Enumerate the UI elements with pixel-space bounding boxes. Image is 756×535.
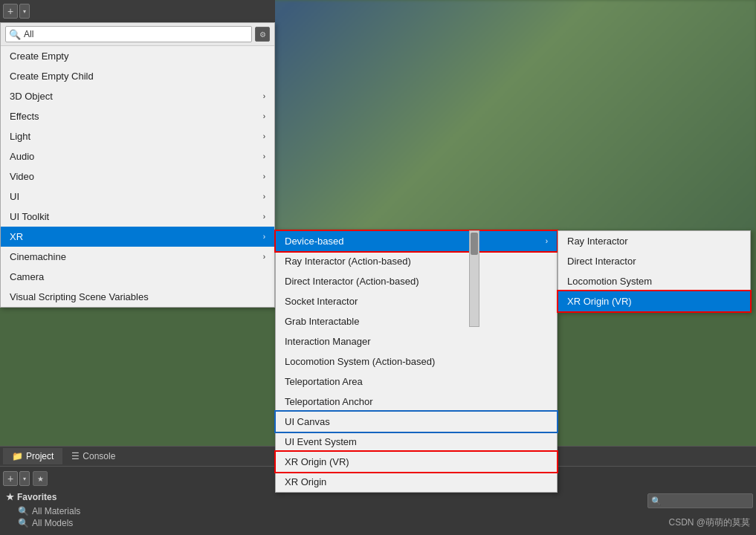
menu-item-create-empty-child[interactable]: Create Empty Child	[1, 66, 274, 86]
menu-item-device-based[interactable]: Device-based ›	[276, 231, 557, 251]
menu-item-locomotion-system-device[interactable]: Locomotion System	[558, 271, 750, 291]
menu-item-socket-interactor[interactable]: Socket Interactor	[276, 291, 557, 311]
menu-item-xr[interactable]: XR ›	[1, 227, 274, 247]
arrow-icon: ›	[263, 253, 265, 261]
menu-item-ui-event-system[interactable]: UI Event System	[276, 432, 557, 452]
menu-item-video[interactable]: Video ›	[1, 166, 274, 187]
bottom-left-panel: + ▾ ★ ★ Favorites 🔍 All Materials 🔍 All …	[0, 467, 305, 535]
menu-item-cinemachine[interactable]: Cinemachine ›	[1, 247, 274, 267]
assets-add-area[interactable]: + ▾	[3, 471, 30, 486]
add-button-area[interactable]: + ▾	[3, 4, 30, 19]
menu-item-teleportation-area[interactable]: Teleportation Area	[276, 372, 557, 392]
menu-item-ray-interactor-action[interactable]: Ray Interactor (Action-based)	[276, 251, 557, 271]
menu-item-grab-interactable[interactable]: Grab Interactable	[276, 311, 557, 331]
menu-search-input[interactable]	[24, 29, 248, 39]
arrow-icon: ›	[263, 213, 265, 221]
search-small-icon: 🔍	[18, 506, 29, 516]
menu-item-locomotion-action[interactable]: Locomotion System (Action-based)	[276, 351, 557, 372]
menu-item-xr-origin-xr[interactable]: XR Origin	[276, 472, 557, 492]
menu-item-ui-toolkit[interactable]: UI Toolkit ›	[1, 207, 274, 227]
menu-item-xr-origin-vr-xr[interactable]: XR Origin (VR)	[276, 452, 557, 472]
menu-item-light[interactable]: Light ›	[1, 126, 274, 146]
favorites-all-materials[interactable]: 🔍 All Materials	[6, 505, 299, 517]
main-context-menu: 🔍 ⚙ Create Empty Create Empty Child 3D O…	[0, 22, 275, 308]
tab-console[interactable]: ☰ Console	[62, 448, 124, 464]
menu-item-xr-origin-vr-device[interactable]: XR Origin (VR)	[558, 291, 750, 311]
menu-item-direct-interactor-action[interactable]: Direct Interactor (Action-based)	[276, 271, 557, 291]
menu-search-header: 🔍 ⚙	[1, 23, 274, 46]
menu-item-ui-canvas[interactable]: UI Canvas	[276, 412, 557, 432]
bottom-toolbar: + ▾ ★	[3, 470, 302, 487]
favorites-section: ★ Favorites 🔍 All Materials 🔍 All Models	[3, 489, 302, 532]
xr-submenu: Device-based › Ray Interactor (Action-ba…	[275, 230, 558, 493]
menu-item-ui[interactable]: UI ›	[1, 187, 274, 207]
arrow-icon: ›	[263, 172, 265, 181]
menu-item-interaction-manager[interactable]: Interaction Manager	[276, 331, 557, 351]
add-dropdown-button[interactable]: ▾	[19, 4, 30, 19]
assets-dropdown-button[interactable]: ▾	[19, 471, 30, 486]
menu-item-ray-interactor-device[interactable]: Ray Interactor	[558, 231, 750, 251]
assets-add-button[interactable]: +	[3, 471, 18, 486]
arrow-icon: ›	[263, 132, 265, 140]
search-small-icon: 🔍	[18, 518, 29, 528]
arrow-icon: ›	[263, 192, 265, 201]
device-based-submenu: Ray Interactor Direct Interactor Locomot…	[558, 230, 751, 312]
scroll-bar[interactable]	[469, 230, 479, 327]
watermark: CSDN @萌萌的莫莫	[668, 516, 750, 529]
menu-item-direct-interactor-device[interactable]: Direct Interactor	[558, 251, 750, 271]
scroll-thumb[interactable]	[471, 233, 478, 255]
bottom-search-input[interactable]	[647, 493, 753, 508]
menu-item-camera[interactable]: Camera	[1, 267, 274, 287]
menu-item-teleportation-anchor[interactable]: Teleportation Anchor	[276, 392, 557, 412]
star-icon: ★	[6, 492, 14, 502]
search-icon: 🔍	[9, 29, 21, 40]
arrow-icon: ›	[263, 112, 265, 120]
menu-item-visual-scripting[interactable]: Visual Scripting Scene Variables	[1, 287, 274, 307]
arrow-icon: ›	[263, 92, 265, 100]
hierarchy-top-bar: + ▾	[0, 0, 275, 22]
arrow-icon: ›	[263, 233, 265, 241]
console-icon: ☰	[71, 451, 80, 461]
arrow-icon: ›	[546, 237, 548, 245]
menu-item-3d-object[interactable]: 3D Object ›	[1, 86, 274, 106]
favorites-all-models[interactable]: 🔍 All Models	[6, 517, 299, 529]
menu-item-audio[interactable]: Audio ›	[1, 146, 274, 166]
menu-settings-icon[interactable]: ⚙	[255, 27, 270, 42]
project-icon: 📁	[12, 451, 23, 461]
add-button[interactable]: +	[3, 4, 18, 19]
arrow-icon: ›	[263, 152, 265, 160]
menu-item-create-empty[interactable]: Create Empty	[1, 46, 274, 66]
menu-item-effects[interactable]: Effects ›	[1, 106, 274, 126]
menu-search-box[interactable]: 🔍	[5, 26, 252, 42]
assets-star-icon: ★	[33, 471, 48, 486]
favorites-header: ★ Favorites	[6, 492, 299, 502]
tab-project[interactable]: 📁 Project	[3, 448, 62, 464]
